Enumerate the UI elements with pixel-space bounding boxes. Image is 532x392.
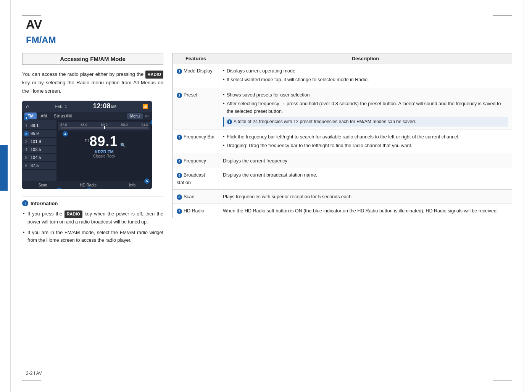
info-bullets: If you press the RADIO key when the powe… <box>22 210 163 244</box>
search-icon: 🔍 <box>120 143 126 148</box>
right-sidebar <box>524 0 532 392</box>
screen-nav: FM AM SiriusXM Menu ↩ <box>22 112 152 120</box>
table-row: 3Frequency Bar Flick the frequency bar l… <box>173 130 512 154</box>
signal-icon: 📶 <box>142 104 148 109</box>
preset-list: 1 89.1 2 95.9 3 101.9 <box>22 120 56 181</box>
info-header: i Information <box>22 200 163 206</box>
footer-text: 2-2 I AV <box>26 371 42 376</box>
section-title: Accessing FM/AM Mode <box>22 53 163 65</box>
screen-mockup: 1 2 3 4 5 6 <box>22 101 152 189</box>
fmam-title: FM/AM <box>26 35 512 45</box>
radio-badge: RADIO <box>145 71 163 79</box>
intro-text: You can access the radio player either b… <box>22 70 163 95</box>
main-content: AV FM/AM Accessing FM/AM Mode You can ac… <box>11 0 524 392</box>
freq-bar: 87.0 88.0 89.0 90.0 91.0 <box>58 122 150 130</box>
info-bullet-2: If you are in the FM/AM mode, select the… <box>22 229 163 244</box>
hd-radio-button[interactable]: HD Radio <box>76 182 100 188</box>
info-bullet-1: If you press the RADIO key when the powe… <box>22 210 163 226</box>
col-features: Features <box>173 53 219 64</box>
time-value: 12:08 <box>93 102 110 110</box>
station-genre: Classic Rock <box>58 154 150 158</box>
table-row: 6Scan Plays frequencies with superior re… <box>173 190 512 204</box>
feature-frequency: 4Frequency <box>173 154 219 168</box>
preset-info-box: iA total of 24 frequencies with 12 prese… <box>223 117 508 127</box>
info-button[interactable]: Info <box>125 182 139 188</box>
big-frequency: 89.1 <box>90 133 118 149</box>
left-column: Accessing FM/AM Mode You can access the … <box>22 53 163 363</box>
nav-back-icon[interactable]: ↩ <box>145 113 150 119</box>
desc-broadcast: Displays the current broadcast station n… <box>219 168 512 190</box>
information-label: Information <box>31 201 58 206</box>
feature-preset: 2Preset <box>173 88 219 130</box>
footer: 2-2 I AV <box>22 363 512 376</box>
preset-label: P1 <box>85 139 89 143</box>
table-row: 1Mode Display Displays current operating… <box>173 64 512 88</box>
info-section: i Information If you press the RADIO key… <box>22 196 163 244</box>
desc-preset: Shows saved presets for user selection A… <box>219 88 512 130</box>
freq-bar-track <box>60 127 148 129</box>
left-sidebar <box>0 0 11 392</box>
intro-text-p2: key or by selecting the Radio menu optio… <box>22 80 163 94</box>
intro-text-p1: You can access the radio player either b… <box>22 71 143 77</box>
feature-hd-radio: 7HD Radio <box>173 204 219 218</box>
desc-hd-radio: When the HD Radio soft button is ON (the… <box>219 204 512 218</box>
preset-item: 3 101.9 <box>22 138 56 146</box>
nav-menu[interactable]: Menu <box>127 113 143 119</box>
preset-item: 5 104.5 <box>22 154 56 162</box>
screen-date: Feb. 1 <box>55 104 67 109</box>
av-title: AV <box>26 18 512 32</box>
freq-bar-cursor <box>104 126 105 129</box>
home-icon: ⌂ <box>26 103 29 109</box>
station-name: KRZR FM <box>58 149 150 154</box>
desc-scan: Plays frequencies with superior receptio… <box>219 190 512 204</box>
table-row: 5Broadcaststation Displays the current b… <box>173 168 512 190</box>
feature-freq-bar: 3Frequency Bar <box>173 130 219 154</box>
feature-broadcast: 5Broadcaststation <box>173 168 219 190</box>
main-display: 87.0 88.0 89.0 90.0 91.0 <box>56 120 152 181</box>
preset-item: 4 103.5 <box>22 146 56 154</box>
screen-body: 1 89.1 2 95.9 3 101.9 <box>22 120 152 181</box>
features-table: Features Description 1Mode Display <box>172 53 512 218</box>
nav-am[interactable]: AM <box>37 112 50 119</box>
radio-badge-inline: RADIO <box>64 210 82 218</box>
desc-mode-display: Displays current operating mode If selec… <box>219 64 512 88</box>
feature-scan: 6Scan <box>173 190 219 204</box>
time-suffix: AM <box>111 105 117 109</box>
screen-top-bar: ⌂ Feb. 1 12:08AM 📶 <box>22 101 152 112</box>
feature-mode-display: 1Mode Display <box>173 64 219 88</box>
col-description: Description <box>219 53 512 64</box>
screen-time: 12:08AM <box>93 102 116 110</box>
desc-freq-bar: Flick the frequency bar left/right to se… <box>219 130 512 154</box>
blue-tab <box>0 145 8 191</box>
table-row: 4Frequency Displays the current frequenc… <box>173 154 512 168</box>
right-column: Features Description 1Mode Display <box>172 53 512 363</box>
info-icon: i <box>22 200 28 206</box>
table-row: 7HD Radio When the HD Radio soft button … <box>173 204 512 218</box>
nav-siriusxm[interactable]: SiriusXM <box>51 112 75 119</box>
preset-item: 1 89.1 <box>22 122 56 130</box>
desc-frequency: Displays the current frequency <box>219 154 512 168</box>
table-row: 2Preset Shows saved presets for user sel… <box>173 88 512 130</box>
scan-button[interactable]: Scan <box>35 182 51 188</box>
preset-item: 6 87.5 <box>22 162 56 170</box>
